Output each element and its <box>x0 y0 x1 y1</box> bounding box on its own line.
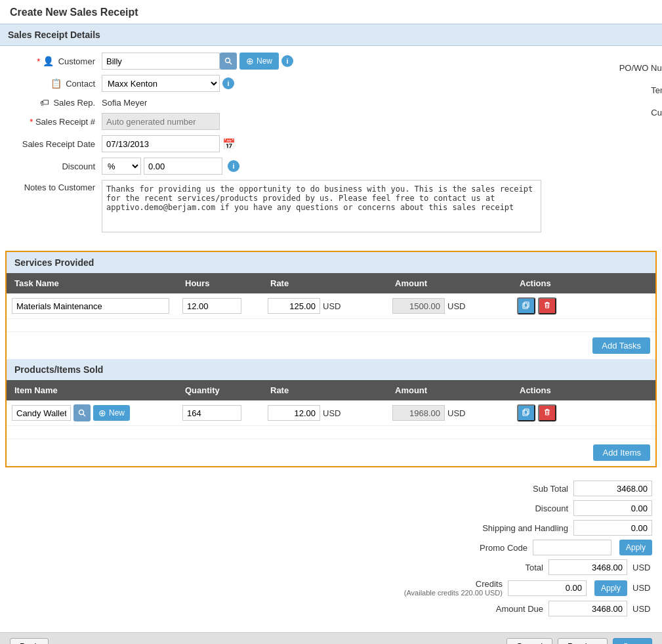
svg-point-10 <box>79 410 84 415</box>
discount-label: Discount <box>10 161 102 171</box>
service-rate-currency: USD <box>323 301 341 311</box>
svg-rect-13 <box>524 409 529 414</box>
service-delete-button[interactable] <box>538 297 556 314</box>
sales-receipt-num-label: * Sales Receipt # <box>10 117 102 127</box>
total-label: Total <box>399 563 543 572</box>
sales-rep-value: Sofia Meyer <box>102 98 147 108</box>
save-button[interactable]: Save <box>613 638 652 644</box>
credits-apply-button[interactable]: Apply <box>594 580 627 596</box>
item-rate-input[interactable] <box>268 405 320 421</box>
customer-new-button[interactable]: ⊕ New <box>239 53 279 70</box>
sales-receipt-date-label: Sales Receipt Date <box>10 139 102 149</box>
amount-due-value <box>548 601 627 616</box>
service-rate-input[interactable] <box>268 298 320 314</box>
item-amount-currency: USD <box>447 408 465 418</box>
svg-line-11 <box>83 414 85 416</box>
item-copy-button[interactable] <box>517 404 535 421</box>
back-button[interactable]: Back <box>10 638 49 644</box>
credits-label: Credits (Available credits 220.00 USD) <box>358 579 503 597</box>
services-col-hours: Hours <box>182 277 268 290</box>
calendar-icon[interactable]: 📅 <box>222 138 236 150</box>
sales-receipt-details-header: Sales Receipt Details <box>0 24 662 46</box>
item-delete-button[interactable] <box>538 404 556 421</box>
add-items-button[interactable]: Add Items <box>593 444 650 461</box>
items-col-actions: Actions <box>517 384 583 397</box>
promo-code-input[interactable] <box>533 540 611 555</box>
task-name-input[interactable] <box>12 298 169 314</box>
item-search-button[interactable] <box>73 404 91 421</box>
item-name-input[interactable] <box>12 405 71 421</box>
service-amount-value <box>392 298 445 314</box>
total-currency: USD <box>632 563 652 572</box>
totals-discount-value <box>573 500 652 516</box>
svg-rect-2 <box>523 303 528 309</box>
preview-button[interactable]: Preview <box>558 638 608 644</box>
sub-total-value <box>573 481 652 496</box>
amount-due-label: Amount Due <box>399 604 543 614</box>
add-tasks-button[interactable]: Add Tasks <box>592 337 650 354</box>
promo-code-label: Promo Code <box>383 543 528 553</box>
credits-currency: USD <box>632 583 652 593</box>
currency-label: Currency <box>607 108 662 118</box>
svg-rect-14 <box>546 410 549 415</box>
template-label: Template <box>607 85 662 95</box>
svg-line-1 <box>230 62 232 64</box>
page-title: Create New Sales Receipt <box>0 0 662 24</box>
footer: Back Cancel Preview Save <box>0 632 662 644</box>
promo-apply-button[interactable]: Apply <box>619 540 652 555</box>
cancel-button[interactable]: Cancel <box>507 638 552 644</box>
contact-select[interactable]: Maxx Kenton <box>102 75 220 92</box>
service-copy-button[interactable] <box>517 297 535 314</box>
discount-type-select[interactable]: % $ <box>102 158 141 175</box>
service-amount-currency: USD <box>447 301 465 311</box>
items-col-amount: Amount <box>392 384 517 397</box>
services-provided-section: Services Provided Task Name Hours Rate A… <box>5 251 657 467</box>
items-col-name: Item Name <box>12 384 182 397</box>
items-table-header: Item Name Quantity Rate Amount Actions <box>7 380 655 400</box>
customer-search-button[interactable] <box>220 53 237 70</box>
items-col-quantity: Quantity <box>182 384 268 397</box>
credits-value[interactable] <box>508 580 587 596</box>
item-new-button[interactable]: ⊕ New <box>93 405 130 421</box>
shipping-handling-label: Shipping and Handling <box>424 523 568 533</box>
amount-due-currency: USD <box>632 604 652 614</box>
sales-receipt-date-input[interactable] <box>102 135 220 152</box>
total-value <box>548 559 627 575</box>
products-items-sold-header: Products/Items Sold <box>7 359 655 380</box>
svg-point-0 <box>226 58 230 63</box>
totals-discount-label: Discount <box>424 504 568 513</box>
services-col-rate: Rate <box>268 277 392 290</box>
hours-input[interactable] <box>182 298 241 314</box>
sales-rep-label: 🏷 Sales Rep. <box>10 97 102 108</box>
sales-receipt-num-input[interactable] <box>102 113 220 130</box>
service-table-row: USD USD <box>7 293 655 319</box>
customer-info-icon[interactable]: i <box>281 55 293 67</box>
item-amount-value <box>392 405 445 421</box>
services-col-amount: Amount <box>392 277 517 290</box>
services-col-task: Task Name <box>12 277 182 290</box>
notes-label: Notes to Customer <box>10 180 102 192</box>
svg-rect-3 <box>524 302 529 307</box>
shipping-handling-value <box>573 520 652 536</box>
contact-label: 📋 Contact <box>10 78 102 89</box>
item-rate-currency: USD <box>323 408 341 418</box>
services-col-actions: Actions <box>517 277 583 290</box>
svg-rect-12 <box>523 410 528 416</box>
items-col-rate: Rate <box>268 384 392 397</box>
discount-value-input[interactable] <box>144 158 222 175</box>
powo-label: PO/WO Number <box>607 63 662 73</box>
services-provided-header: Services Provided <box>7 252 655 273</box>
sub-total-label: Sub Total <box>424 484 568 494</box>
notes-textarea[interactable]: Thanks for providing us the opportunity … <box>102 180 541 232</box>
totals-section: Sub Total Discount Shipping and Handling… <box>0 474 662 627</box>
svg-rect-4 <box>546 303 549 308</box>
customer-input[interactable] <box>102 53 220 70</box>
quantity-input[interactable] <box>182 405 241 421</box>
discount-info-icon[interactable]: i <box>228 160 239 172</box>
customer-label: * 👤 Customer <box>10 56 102 66</box>
contact-info-icon[interactable]: i <box>222 77 234 89</box>
item-table-row: ⊕ New USD USD <box>7 400 655 426</box>
services-table-header: Task Name Hours Rate Amount Actions <box>7 273 655 293</box>
